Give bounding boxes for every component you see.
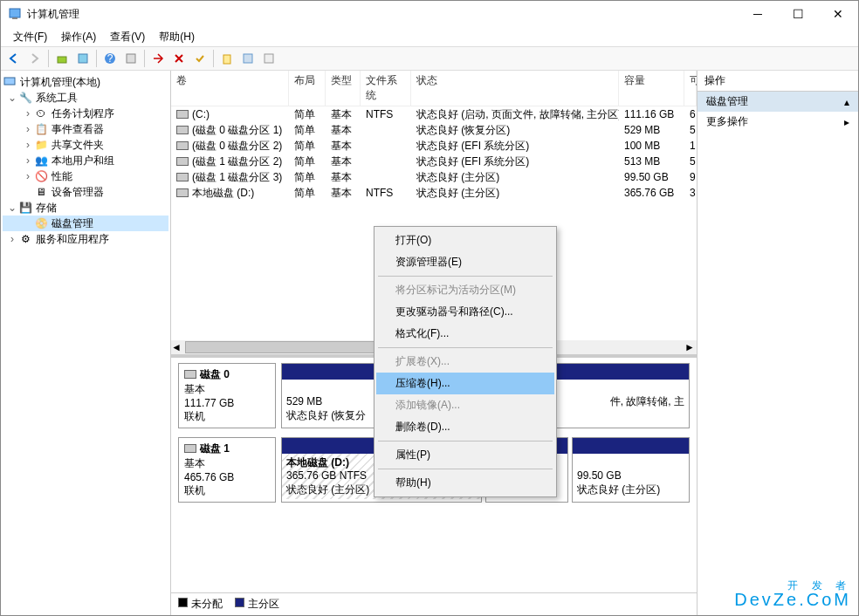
navigation-tree[interactable]: 计算机管理(本地) ⌄🔧系统工具 ›⏲任务计划程序 ›📋事件查看器 ›📁共享文件…: [1, 71, 171, 615]
tree-storage[interactable]: 存储: [36, 201, 57, 216]
ctx-shrink[interactable]: 压缩卷(H)...: [376, 373, 554, 394]
col-type[interactable]: 类型: [326, 71, 361, 106]
forward-button[interactable]: [25, 49, 45, 68]
refresh-icon[interactable]: [121, 49, 141, 68]
maximize-button[interactable]: ☐: [778, 1, 818, 27]
ctx-explorer[interactable]: 资源管理器(E): [376, 251, 554, 273]
tree-services[interactable]: 服务和应用程序: [36, 232, 109, 247]
perf-icon: 🚫: [34, 169, 48, 183]
expand-icon: ▸: [844, 116, 849, 128]
tree-perf[interactable]: 性能: [52, 169, 72, 184]
volume-row[interactable]: (C:)简单基本NTFS状态良好 (启动, 页面文件, 故障转储, 主分区)11…: [171, 106, 697, 122]
detail-icon[interactable]: [259, 49, 278, 68]
help-icon[interactable]: ?: [100, 49, 120, 68]
volume-row[interactable]: (磁盘 0 磁盘分区 2)简单基本状态良好 (EFI 系统分区)100 MB1: [171, 138, 697, 154]
col-layout[interactable]: 布局: [289, 71, 326, 106]
action-more[interactable]: 更多操作▸: [698, 112, 858, 132]
context-menu: 打开(O) 资源管理器(E) 将分区标记为活动分区(M) 更改驱动器号和路径(C…: [374, 226, 557, 497]
expand-icon[interactable]: ›: [6, 233, 18, 245]
delete-icon[interactable]: [169, 49, 189, 68]
legend: 未分配 主分区: [171, 592, 697, 615]
check-icon[interactable]: [190, 49, 210, 68]
list-icon[interactable]: [238, 49, 258, 68]
disk-icon: 📀: [34, 216, 48, 230]
svg-rect-1: [12, 17, 17, 19]
close-button[interactable]: ✕: [818, 1, 858, 27]
menubar: 文件(F) 操作(A) 查看(V) 帮助(H): [1, 27, 858, 46]
svg-rect-9: [265, 54, 273, 63]
svg-rect-0: [10, 9, 20, 17]
actions-pane: 操作 磁盘管理▴ 更多操作▸: [697, 71, 858, 615]
col-volume[interactable]: 卷: [171, 71, 289, 106]
col-fs[interactable]: 文件系统: [361, 71, 411, 106]
legend-unallocated: 未分配: [178, 597, 223, 612]
expand-icon[interactable]: ›: [22, 123, 34, 135]
tree-shared[interactable]: 共享文件夹: [52, 138, 104, 153]
disk-label[interactable]: 磁盘 0 基本 111.77 GB 联机: [178, 363, 276, 428]
tree-systools[interactable]: 系统工具: [36, 91, 78, 106]
tools-icon: 🔧: [18, 91, 32, 105]
action-icon[interactable]: [148, 49, 168, 68]
expand-icon[interactable]: ›: [22, 170, 34, 182]
ctx-extend: 扩展卷(X)...: [376, 351, 554, 373]
volume-row[interactable]: (磁盘 1 磁盘分区 2)简单基本状态良好 (EFI 系统分区)513 MB5: [171, 154, 697, 169]
collapse-icon[interactable]: ⌄: [6, 202, 18, 214]
tree-diskmgmt-item[interactable]: 📀磁盘管理: [3, 216, 168, 231]
volume-row[interactable]: (磁盘 0 磁盘分区 1)简单基本状态良好 (恢复分区)529 MB5: [171, 122, 697, 138]
tree-scheduler[interactable]: 任务计划程序: [52, 106, 114, 121]
tree-root[interactable]: 计算机管理(本地): [20, 75, 100, 90]
ctx-addmirror: 添加镜像(A)...: [376, 394, 554, 416]
toolbar: ?: [1, 46, 858, 71]
partition-box[interactable]: 529 MB状态良好 (恢复分: [281, 363, 375, 428]
tree-eventviewer[interactable]: 事件查看器: [52, 122, 104, 137]
scheduler-icon: ⏲: [34, 106, 48, 120]
tree-devmgr[interactable]: 设备管理器: [52, 185, 104, 200]
svg-text:?: ?: [107, 52, 113, 65]
ctx-open[interactable]: 打开(O): [376, 229, 554, 251]
actions-title: 操作: [698, 71, 858, 92]
expand-icon[interactable]: ›: [22, 139, 34, 151]
ctx-help[interactable]: 帮助(H): [376, 472, 554, 494]
device-icon: 🖥: [34, 185, 48, 199]
titlebar: 计算机管理 ─ ☐ ✕: [1, 1, 858, 27]
action-diskmgmt[interactable]: 磁盘管理▴: [698, 92, 858, 112]
svg-rect-8: [244, 54, 252, 63]
ctx-format[interactable]: 格式化(F)...: [376, 323, 554, 345]
tree-users[interactable]: 本地用户和组: [52, 154, 114, 168]
storage-icon: 💾: [18, 201, 32, 215]
tree-diskmgmt: 磁盘管理: [52, 216, 93, 231]
expand-icon[interactable]: ›: [22, 107, 34, 120]
computer-icon: [3, 75, 17, 89]
partition-box[interactable]: 99.50 GB状态良好 (主分区): [572, 437, 690, 503]
properties-button[interactable]: [73, 49, 93, 68]
svg-rect-10: [4, 78, 15, 85]
volume-row[interactable]: 本地磁盘 (D:)简单基本NTFS状态良好 (主分区)365.76 GB3: [171, 185, 697, 201]
ctx-changedrive[interactable]: 更改驱动器号和路径(C)...: [376, 301, 554, 323]
window-title: 计算机管理: [27, 7, 738, 22]
svg-rect-6: [127, 54, 135, 63]
ctx-markactive: 将分区标记为活动分区(M): [376, 279, 554, 301]
col-free[interactable]: 可: [684, 71, 697, 106]
ctx-props[interactable]: 属性(P): [376, 444, 554, 466]
volume-header[interactable]: 卷 布局 类型 文件系统 状态 容量 可: [171, 71, 697, 106]
new-icon[interactable]: [217, 49, 237, 68]
collapse-icon[interactable]: ⌄: [6, 92, 18, 104]
menu-file[interactable]: 文件(F): [6, 28, 54, 46]
up-button[interactable]: [52, 49, 72, 68]
col-status[interactable]: 状态: [411, 71, 619, 106]
svg-rect-3: [79, 54, 87, 63]
expand-icon[interactable]: ›: [22, 154, 34, 167]
menu-view[interactable]: 查看(V): [103, 28, 152, 46]
collapse-icon: ▴: [844, 96, 849, 108]
app-icon: [8, 7, 22, 21]
menu-help[interactable]: 帮助(H): [152, 28, 202, 46]
svg-rect-2: [58, 57, 66, 63]
back-button[interactable]: [4, 49, 24, 68]
volume-row[interactable]: (磁盘 1 磁盘分区 3)简单基本状态良好 (主分区)99.50 GB9: [171, 169, 697, 185]
menu-action[interactable]: 操作(A): [54, 28, 103, 46]
col-capacity[interactable]: 容量: [619, 71, 684, 106]
svg-rect-7: [223, 55, 230, 64]
ctx-delete[interactable]: 删除卷(D)...: [376, 416, 554, 438]
disk-label[interactable]: 磁盘 1 基本 465.76 GB 联机: [178, 437, 276, 503]
minimize-button[interactable]: ─: [738, 1, 778, 27]
